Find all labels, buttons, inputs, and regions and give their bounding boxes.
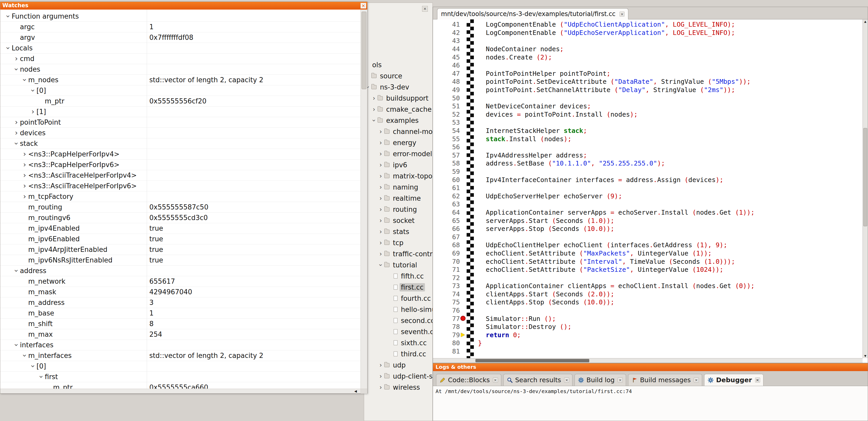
expand-icon[interactable]: ›	[21, 193, 28, 200]
watch-row-interfaces[interactable]: ›interfaces	[0, 340, 361, 350]
editor-vertical-scrollbar[interactable]: ▲ ▼	[863, 20, 868, 358]
watch-row-0[interactable]: ›[0]	[0, 85, 361, 96]
watch-row-ns3-asciitracehelperforipv6[interactable]: ›<ns3::AsciiTraceHelperForIpv6>	[0, 181, 361, 191]
watches-vertical-scrollbar[interactable]	[361, 9, 367, 389]
tree-item-sixth-cc[interactable]: ›sixth.cc	[364, 337, 432, 348]
gutter-marker-cell[interactable]	[460, 315, 467, 323]
collapse-icon[interactable]: ›	[4, 13, 12, 20]
tree-item-fifth-cc[interactable]: ›fifth.cc	[364, 270, 432, 282]
watch-row-m-shift[interactable]: ›m_shift8	[0, 319, 361, 329]
watch-row-ns3-asciitracehelperforipv4[interactable]: ›<ns3::AsciiTraceHelperForIpv4>	[0, 170, 361, 181]
watch-row-m-ipv6enabled[interactable]: ›m_ipv6Enabledtrue	[0, 234, 361, 245]
watch-row-m-max[interactable]: ›m_max254	[0, 329, 361, 340]
gutter-marker-cell[interactable]	[460, 217, 467, 225]
gutter-marker-cell[interactable]	[460, 208, 467, 217]
scrollbar-thumb[interactable]	[475, 359, 589, 362]
watch-row-function-arguments[interactable]: ›Function arguments	[0, 11, 361, 22]
gutter-marker-cell[interactable]	[460, 53, 467, 61]
close-icon[interactable]: ×	[618, 378, 623, 383]
tree-item-error-model[interactable]: ›error-model	[364, 148, 432, 159]
gutter-marker-cell[interactable]	[460, 282, 467, 290]
close-icon[interactable]: ×	[620, 12, 624, 17]
watch-row-m-interfaces[interactable]: ›m_interfacesstd::vector of length 2, ca…	[0, 350, 361, 361]
scroll-up-icon[interactable]: ▲	[863, 20, 868, 23]
gutter-marker-cell[interactable]	[460, 241, 467, 249]
gutter-marker-cell[interactable]	[460, 192, 467, 200]
watch-row-m-ipv4arpjitterenabled[interactable]: ›m_ipv4ArpJitterEnabledtrue	[0, 245, 361, 255]
gutter-marker-cell[interactable]	[460, 29, 467, 37]
logs-tab-debugger[interactable]: Debugger×	[704, 374, 763, 386]
tree-item-hello-simul[interactable]: ›hello-simul	[364, 304, 432, 315]
gutter-marker-cell[interactable]	[460, 135, 467, 143]
gutter-marker-cell[interactable]	[460, 347, 467, 356]
collapse-icon[interactable]: ›	[13, 342, 20, 349]
editor-tab-first-cc[interactable]: mnt/dev/tools/source/ns-3-dev/examples/t…	[437, 8, 628, 20]
collapse-icon[interactable]: ›	[29, 362, 36, 370]
watch-row-m-ipv6nsrsjitterenabled[interactable]: ›m_ipv6NsRsJitterEnabledtrue	[0, 255, 361, 266]
tree-item-second-cc[interactable]: ›second.cc	[364, 315, 432, 326]
tree-item-routing[interactable]: ›routing	[364, 204, 432, 215]
tree-item-ns-3-dev[interactable]: ›ns-3-dev	[364, 82, 432, 93]
collapse-icon[interactable]: ›	[378, 262, 384, 268]
tree-item-channel-mod[interactable]: ›channel-mod	[364, 126, 432, 137]
tree-item-first-cc[interactable]: ›first.cc	[364, 282, 432, 293]
watches-title-bar[interactable]: Watches	[0, 2, 367, 9]
expand-icon[interactable]: ›	[378, 184, 384, 190]
close-icon[interactable]: ×	[361, 3, 366, 8]
close-icon[interactable]: ×	[493, 378, 498, 383]
watch-row-m-ptr[interactable]: ›m_ptr0x5555555ca660	[0, 382, 361, 389]
watch-row-m-routingv6[interactable]: ›m_routingv60x5555555cd3c0	[0, 213, 361, 223]
tree-item-udp[interactable]: ›udp	[364, 359, 432, 370]
watch-row-m-mask[interactable]: ›m_mask4294967040	[0, 287, 361, 297]
code-editor[interactable]: 41 LogComponentEnable ("UdpEchoClientApp…	[433, 20, 863, 358]
close-icon[interactable]: ×	[755, 378, 760, 383]
gutter-marker-cell[interactable]	[460, 86, 467, 94]
gutter-marker-cell[interactable]	[460, 273, 467, 282]
gutter-marker-cell[interactable]	[460, 151, 467, 160]
logs-tab-code-blocks[interactable]: Code::Blocks×	[436, 374, 501, 386]
expand-icon[interactable]: ›	[13, 129, 20, 136]
scroll-left-icon[interactable]: ◀	[354, 389, 357, 393]
tree-item-realtime[interactable]: ›realtime	[364, 193, 432, 204]
gutter-marker-cell[interactable]	[460, 70, 467, 78]
breakpoint-icon[interactable]	[460, 316, 466, 321]
watch-row-m-routing[interactable]: ›m_routing0x555555587c50	[0, 202, 361, 213]
gutter-marker-cell[interactable]	[460, 61, 467, 70]
expand-icon[interactable]: ›	[378, 162, 384, 168]
gutter-marker-cell[interactable]	[460, 159, 467, 168]
expand-icon[interactable]: ›	[378, 173, 384, 179]
collapse-icon[interactable]: ›	[13, 66, 20, 73]
watch-row-stack[interactable]: ›stack	[0, 138, 361, 149]
expand-icon[interactable]: ›	[378, 151, 384, 157]
watch-row-devices[interactable]: ›devices	[0, 128, 361, 138]
gutter-marker-cell[interactable]	[460, 257, 467, 266]
gutter-marker-cell[interactable]	[460, 200, 467, 208]
collapse-icon[interactable]: ›	[13, 140, 20, 147]
watch-row-ns3-pcaphelperforipv4[interactable]: ›<ns3::PcapHelperForIpv4>	[0, 149, 361, 160]
tree-item-examples[interactable]: ›examples	[364, 115, 432, 126]
tree-item-wireless[interactable]: ›wireless	[364, 382, 432, 393]
gutter-marker-cell[interactable]	[460, 168, 467, 176]
close-icon[interactable]: ×	[564, 378, 569, 383]
watch-row-m-network[interactable]: ›m_network655617	[0, 276, 361, 287]
tree-item-traffic-contro[interactable]: ›traffic-contro	[364, 248, 432, 259]
logs-panel-header[interactable]: Logs & others	[433, 363, 868, 371]
logs-tab-build-log[interactable]: Build log×	[575, 374, 626, 386]
expand-icon[interactable]: ›	[378, 195, 384, 201]
gutter-marker-cell[interactable]	[460, 102, 467, 110]
collapse-icon[interactable]: ›	[21, 352, 28, 359]
gutter-marker-cell[interactable]	[460, 127, 467, 135]
collapse-icon[interactable]: ›	[29, 87, 36, 94]
watch-row-1[interactable]: ›[1]	[0, 106, 361, 117]
tree-item-third-cc[interactable]: ›third.cc	[364, 348, 432, 359]
expand-icon[interactable]: ›	[378, 229, 384, 235]
expand-icon[interactable]: ›	[378, 218, 384, 224]
tree-item-udp-client-ser[interactable]: ›udp-client-ser	[364, 370, 432, 382]
expand-icon[interactable]: ›	[13, 119, 20, 126]
tree-item-buildsupport[interactable]: ›buildsupport	[364, 93, 432, 104]
expand-icon[interactable]: ›	[378, 129, 384, 135]
gutter-marker-cell[interactable]	[460, 298, 467, 306]
gutter-marker-cell[interactable]	[460, 323, 467, 331]
logs-tab-search-results[interactable]: Search results×	[503, 374, 573, 386]
tree-item-source[interactable]: ›source	[364, 70, 432, 82]
